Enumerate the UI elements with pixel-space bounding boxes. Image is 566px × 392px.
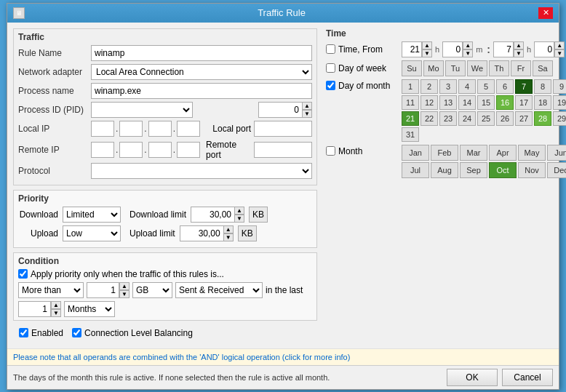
dom-checkbox[interactable] [326, 81, 335, 90]
m1-down[interactable]: ▼ [463, 49, 473, 57]
time-m1-input[interactable] [442, 41, 463, 57]
rule-name-input[interactable] [91, 45, 312, 61]
download-limit-up[interactable]: ▲ [234, 207, 244, 215]
time-from-checkbox[interactable] [326, 44, 335, 54]
process-id-value[interactable] [258, 102, 302, 118]
month-aug[interactable]: Aug [431, 162, 458, 178]
dow-sa[interactable]: Sa [533, 60, 553, 76]
dom-14[interactable]: 14 [458, 95, 476, 110]
cancel-button[interactable]: Cancel [502, 369, 553, 386]
condition-period-down[interactable]: ▼ [51, 309, 61, 317]
ok-button[interactable]: OK [447, 369, 498, 386]
month-nov[interactable]: Nov [518, 162, 546, 178]
network-adapter-select[interactable]: Local Area Connection All Adapters [91, 64, 312, 80]
dom-26[interactable]: 26 [496, 111, 514, 126]
dom-29[interactable]: 29 [553, 111, 566, 126]
process-id-spin-down[interactable]: ▼ [302, 110, 312, 118]
condition-unit-select[interactable]: GB MB KB [132, 282, 172, 298]
upload-select[interactable]: Low Normal Limited [63, 225, 121, 241]
m1-up[interactable]: ▲ [463, 41, 473, 49]
process-id-select[interactable] [91, 102, 193, 118]
month-dec[interactable]: Dec [547, 162, 566, 178]
dom-6[interactable]: 6 [496, 79, 514, 94]
dom-23[interactable]: 23 [439, 111, 457, 126]
dom-15[interactable]: 15 [477, 95, 495, 110]
month-jul[interactable]: Jul [402, 162, 429, 178]
dom-9[interactable]: 9 [553, 79, 566, 94]
remote-ip-1[interactable] [91, 142, 114, 158]
m2-up[interactable]: ▲ [554, 41, 565, 49]
dom-31[interactable]: 31 [402, 127, 419, 142]
dow-check-label[interactable]: Day of week [326, 63, 399, 73]
dom-7[interactable]: 7 [515, 79, 533, 94]
remote-port-input[interactable] [254, 142, 312, 158]
dom-22[interactable]: 22 [420, 111, 438, 126]
local-ip-4[interactable] [177, 121, 200, 137]
h2-up[interactable]: ▲ [514, 41, 524, 49]
h1-up[interactable]: ▲ [422, 41, 432, 49]
dom-12[interactable]: 12 [420, 95, 438, 110]
month-jun[interactable]: Jun [547, 145, 566, 161]
dom-3[interactable]: 3 [439, 79, 457, 94]
close-button[interactable]: ✕ [538, 7, 553, 19]
condition-period-unit-select[interactable]: Months Days Hours [64, 301, 115, 317]
condition-amount-up[interactable]: ▲ [119, 282, 129, 290]
upload-limit-input[interactable] [180, 225, 223, 241]
info-text[interactable]: Please note that all operands are combin… [13, 353, 350, 361]
h2-down[interactable]: ▼ [514, 49, 524, 57]
dom-21[interactable]: 21 [402, 111, 419, 126]
condition-traffic-type-select[interactable]: Sent & Received Sent Received [175, 282, 263, 298]
dow-su[interactable]: Su [402, 60, 422, 76]
dow-tu[interactable]: Tu [445, 60, 466, 76]
condition-amount-input[interactable] [87, 282, 119, 298]
dow-mo[interactable]: Mo [423, 60, 444, 76]
dom-check-label[interactable]: Day of month [326, 79, 399, 91]
dom-11[interactable]: 11 [402, 95, 419, 110]
condition-period-input[interactable] [18, 301, 51, 317]
download-select[interactable]: Limited Normal Low [63, 207, 121, 223]
process-id-spin-up[interactable]: ▲ [302, 102, 312, 110]
time-h2-input[interactable] [493, 41, 514, 57]
local-ip-2[interactable] [119, 121, 143, 137]
remote-ip-3[interactable] [148, 142, 172, 158]
month-mar[interactable]: Mar [460, 145, 487, 161]
dow-fr[interactable]: Fr [511, 60, 531, 76]
condition-type-select[interactable]: More than Less than [18, 282, 84, 298]
time-m2-input[interactable] [534, 41, 554, 57]
dom-27[interactable]: 27 [515, 111, 533, 126]
month-apr[interactable]: Apr [489, 145, 517, 161]
dom-5[interactable]: 5 [477, 79, 495, 94]
dom-17[interactable]: 17 [515, 95, 533, 110]
time-from-check-label[interactable]: Time, From [326, 44, 399, 55]
enabled-label[interactable]: Enabled [19, 328, 63, 338]
apply-condition-checkbox[interactable] [18, 269, 28, 279]
h1-down[interactable]: ▼ [422, 49, 432, 57]
month-sep[interactable]: Sep [460, 162, 487, 178]
download-limit-down[interactable]: ▼ [234, 215, 244, 223]
month-checkbox[interactable] [326, 146, 335, 156]
dom-4[interactable]: 4 [458, 79, 476, 94]
local-port-input[interactable] [254, 121, 312, 137]
connection-level-checkbox[interactable] [72, 328, 81, 337]
dom-25[interactable]: 25 [477, 111, 495, 126]
month-oct[interactable]: Oct [489, 162, 517, 178]
download-limit-input[interactable] [191, 207, 234, 223]
dom-8[interactable]: 8 [534, 79, 551, 94]
dom-28[interactable]: 28 [534, 111, 551, 126]
month-jan[interactable]: Jan [402, 145, 429, 161]
connection-level-label[interactable]: Connection Level Balancing [72, 328, 193, 338]
m2-down[interactable]: ▼ [554, 49, 565, 57]
dow-checkbox[interactable] [326, 63, 335, 73]
month-feb[interactable]: Feb [431, 145, 458, 161]
dom-19[interactable]: 19 [553, 95, 566, 110]
local-ip-1[interactable] [91, 121, 114, 137]
dom-16[interactable]: 16 [496, 95, 514, 110]
dom-2[interactable]: 2 [420, 79, 438, 94]
month-check-label[interactable]: Month [326, 145, 399, 156]
process-name-input[interactable] [91, 83, 312, 99]
condition-amount-down[interactable]: ▼ [119, 290, 129, 298]
upload-limit-up[interactable]: ▲ [223, 225, 234, 233]
local-ip-3[interactable] [148, 121, 172, 137]
dow-th[interactable]: Th [489, 60, 509, 76]
protocol-select[interactable]: TCP UDP [91, 163, 312, 179]
